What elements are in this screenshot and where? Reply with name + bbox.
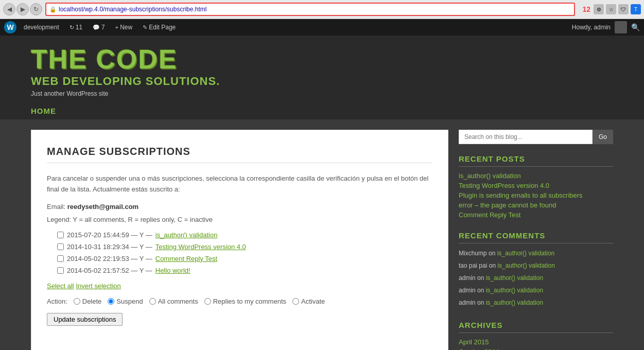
subscription-link[interactable]: is_author() validation <box>155 231 218 239</box>
subscription-checkbox[interactable] <box>57 232 64 238</box>
address-icon: 🔒 <box>49 6 57 13</box>
comments-count: 7 <box>101 24 105 31</box>
comment-post-link[interactable]: is_author() validation <box>486 299 543 306</box>
admin-bar-edit[interactable]: ✎ Edit Page <box>140 19 179 36</box>
legend-line: Legend: Y = all comments, R = replies on… <box>47 216 432 223</box>
recent-comment-item: admin on is_author() validation <box>459 273 613 283</box>
wp-logo[interactable]: W <box>4 21 16 33</box>
recent-post-link[interactable]: Testing WordPress version 4.0 <box>459 182 549 189</box>
recent-post-item: Testing WordPress version 4.0 <box>459 182 613 189</box>
recent-comment-item: admin on is_author() validation <box>459 286 613 295</box>
search-button[interactable]: 🔍 <box>631 23 640 31</box>
nav-home[interactable]: HOME <box>31 107 56 115</box>
recent-comment-item: tao pai pai on is_author() validation <box>459 261 613 270</box>
action-label: Action: <box>47 297 67 305</box>
subscription-link[interactable]: Hello world! <box>155 267 190 274</box>
invert-selection-link[interactable]: Invert selection <box>76 282 120 290</box>
site-description: Just another WordPress site <box>31 90 613 97</box>
updates-count: 11 <box>76 24 82 31</box>
subscription-link[interactable]: Testing WordPress version 4.0 <box>155 243 246 251</box>
bookmark-icon[interactable]: ☆ <box>606 4 616 14</box>
avatar <box>615 21 627 33</box>
comment-author: admin <box>459 299 476 306</box>
activate-radio[interactable] <box>292 298 299 305</box>
replies-radio[interactable] <box>204 298 211 305</box>
subscription-item: 2014-05-02 22:19:53 — Y — Comment Reply … <box>57 255 432 262</box>
email-value: reedyseth@gmail.com <box>67 203 138 211</box>
delete-label: Delete <box>82 297 102 305</box>
comment-author: admin <box>459 287 476 294</box>
search-input[interactable] <box>459 130 593 144</box>
action-activate[interactable]: Activate <box>292 297 325 305</box>
comment-post-link[interactable]: is_author() validation <box>497 262 554 269</box>
recent-post-link[interactable]: is_author() validation <box>459 172 521 180</box>
refresh-button[interactable]: ↻ <box>30 3 42 15</box>
recent-posts-list: is_author() validationTesting WordPress … <box>459 172 613 219</box>
browser-toolbar: ◀ ▶ ↻ 🔒 12 ⚙ ☆ 🛡 T <box>0 0 644 19</box>
subscription-checkbox[interactable] <box>57 243 64 250</box>
recent-post-link[interactable]: error – the page cannot be found <box>459 201 556 209</box>
back-button[interactable]: ◀ <box>3 3 15 15</box>
extension-icon[interactable]: 🛡 <box>618 4 629 14</box>
plus-icon: + <box>115 24 118 30</box>
suspend-label: Suspend <box>116 297 143 305</box>
page-wrapper: THE CODE WEB DEVELOPING SOLUTIONS. Just … <box>0 36 644 350</box>
archives-title: ARCHIVES <box>459 321 613 333</box>
edit-label: Edit Page <box>149 24 176 31</box>
action-delete[interactable]: Delete <box>74 297 102 305</box>
recent-posts-section: RECENT POSTS is_author() validationTesti… <box>459 154 613 221</box>
activate-label: Activate <box>301 297 325 305</box>
updates-icon: ↻ <box>69 24 74 31</box>
admin-bar-new[interactable]: + New <box>112 19 135 36</box>
wp-admin-bar: W development ↻ 11 💬 7 + New ✎ Edit Page… <box>0 19 644 36</box>
subscription-checkbox[interactable] <box>57 255 64 262</box>
admin-bar-updates[interactable]: ↻ 11 <box>66 19 85 36</box>
suspend-radio[interactable] <box>108 298 114 305</box>
action-replies[interactable]: Replies to my comments <box>204 297 286 305</box>
comment-post-link[interactable]: is_author() validation <box>497 250 554 257</box>
email-line: Email: reedyseth@gmail.com <box>47 203 432 211</box>
comment-author: tao pai pai <box>459 262 487 269</box>
action-suspend[interactable]: Suspend <box>108 297 143 305</box>
comment-post-link[interactable]: is_author() validation <box>486 287 543 294</box>
search-go-button[interactable]: Go <box>593 130 613 144</box>
manage-title: MANAGE SUBSCRIPTIONS <box>47 146 432 163</box>
recent-post-link[interactable]: Plugin is sending emails to all subscrib… <box>459 191 583 199</box>
search-box: Go <box>459 130 613 144</box>
action-row: Action: Delete Suspend All comments Repl… <box>47 297 432 305</box>
archives-list: April 2015October 2014June 2014May 2014 <box>459 338 613 350</box>
admin-bar-site[interactable]: development <box>21 19 62 36</box>
description-text: Para cancelar o suspender una o más susc… <box>47 173 432 195</box>
address-bar[interactable] <box>59 6 571 13</box>
site-nav: HOME <box>0 102 644 119</box>
recent-posts-title: RECENT POSTS <box>459 154 613 167</box>
site-title: THE CODE <box>31 46 613 73</box>
archive-item: October 2014 <box>459 348 613 350</box>
subscription-link[interactable]: Comment Reply Test <box>155 255 217 262</box>
subscription-checkbox[interactable] <box>57 267 64 274</box>
profile-icon[interactable]: T <box>631 4 641 14</box>
delete-radio[interactable] <box>74 298 80 305</box>
comment-author: admin <box>459 274 476 282</box>
content-wrapper: MANAGE SUBSCRIPTIONS Para cancelar o sus… <box>0 119 644 350</box>
admin-bar-comments[interactable]: 💬 7 <box>90 19 108 36</box>
subscription-date: 2015-07-20 15:44:59 — Y — <box>67 231 152 239</box>
update-subscriptions-button[interactable]: Update subscriptions <box>47 313 123 326</box>
site-subtitle: WEB DEVELOPING SOLUTIONS. <box>31 75 613 88</box>
forward-button[interactable]: ▶ <box>16 3 29 15</box>
browser-chrome: ◀ ▶ ↻ 🔒 12 ⚙ ☆ 🛡 T <box>0 0 644 19</box>
action-all-comments[interactable]: All comments <box>149 297 198 305</box>
subscription-date: 2014-05-02 22:19:53 — Y — <box>67 255 152 262</box>
sidebar: Go RECENT POSTS is_author() validationTe… <box>459 130 613 350</box>
settings-icon[interactable]: ⚙ <box>594 4 604 14</box>
tab-count: 12 <box>582 5 590 13</box>
archive-link[interactable]: October 2014 <box>459 348 499 350</box>
all-comments-radio[interactable] <box>149 298 156 305</box>
select-all-link[interactable]: Select all <box>47 282 74 290</box>
recent-comment-item: Mixchump on is_author() validation <box>459 249 613 258</box>
recent-post-link[interactable]: Comment Reply Test <box>459 211 520 219</box>
comment-post-link[interactable]: is_author() validation <box>486 274 543 282</box>
subscription-list: 2015-07-20 15:44:59 — Y — is_author() va… <box>57 231 432 274</box>
archive-link[interactable]: April 2015 <box>459 338 489 346</box>
recent-post-item: Comment Reply Test <box>459 211 613 219</box>
